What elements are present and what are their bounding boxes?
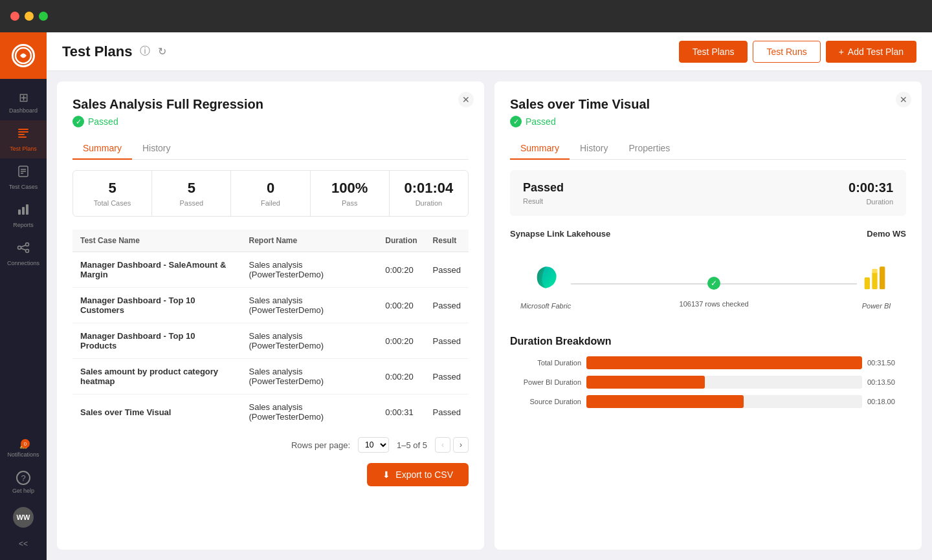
powerbi-icon — [857, 258, 896, 297]
sidebar-item-test-cases[interactable]: Test Cases — [0, 158, 47, 197]
stat-failed: 0 Failed — [231, 171, 310, 216]
sidebar-label-notifications: Notifications — [7, 451, 39, 458]
right-tab-properties[interactable]: Properties — [618, 138, 680, 160]
bar-fill — [586, 395, 744, 408]
tab-history[interactable]: History — [132, 138, 181, 160]
rows-per-page-label: Rows per page: — [291, 440, 350, 450]
cell-result: Passed — [425, 323, 469, 359]
svg-rect-2 — [18, 131, 28, 133]
sidebar-item-dashboard[interactable]: ⊞ Dashboard — [0, 84, 47, 120]
traffic-light-yellow[interactable] — [25, 12, 34, 21]
logo-icon — [12, 44, 35, 67]
sidebar-item-avatar[interactable]: WW — [0, 501, 47, 534]
result-box: Passed Result 0:00:31 Duration — [510, 170, 906, 216]
cell-result: Passed — [425, 288, 469, 323]
traffic-light-red[interactable] — [10, 12, 19, 21]
sidebar-label-connections: Connections — [7, 260, 39, 266]
test-plans-button[interactable]: Test Plans — [679, 41, 748, 63]
help-circle-icon[interactable]: ⓘ — [140, 45, 150, 58]
rows-per-page-select[interactable]: 10 25 50 — [358, 437, 389, 453]
export-csv-button[interactable]: ⬇ Export to CSV — [367, 463, 469, 486]
sidebar-item-connections[interactable]: Connections — [0, 235, 47, 273]
right-card-tabs: Summary History Properties — [510, 138, 906, 160]
cell-duration: 0:00:20 — [377, 359, 425, 394]
cell-report-name: Sales analysis (PowerTesterDemo) — [241, 394, 378, 430]
header: Test Plans ⓘ ↻ Test Plans Test Runs + Ad… — [47, 32, 932, 71]
right-passed-check-icon: ✓ — [510, 116, 522, 127]
bar-label: Total Duration — [510, 359, 581, 367]
left-card-close-button[interactable]: ✕ — [458, 92, 474, 107]
sidebar-item-test-plans[interactable]: Test Plans — [0, 120, 47, 158]
table-row[interactable]: Sales amount by product category heatmap… — [72, 359, 469, 394]
right-card-title: Sales over Time Visual — [510, 97, 906, 112]
sidebar-item-reports[interactable]: Reports — [0, 197, 47, 235]
cell-result: Passed — [425, 394, 469, 430]
right-card-status: ✓ Passed — [510, 116, 906, 127]
col-test-case-name: Test Case Name — [72, 230, 241, 252]
sidebar-label-dashboard: Dashboard — [9, 107, 38, 114]
left-card: ✕ Sales Analysis Full Regression ✓ Passe… — [57, 81, 484, 550]
bar-value: 00:13.50 — [867, 378, 906, 386]
duration-sublabel: Duration — [849, 198, 893, 206]
svg-rect-3 — [18, 134, 25, 135]
right-tab-history[interactable]: History — [570, 138, 619, 160]
content-area: ✕ Sales Analysis Full Regression ✓ Passe… — [47, 71, 932, 560]
cell-duration: 0:00:20 — [377, 288, 425, 323]
stat-passed: 5 Passed — [152, 171, 231, 216]
right-card: ✕ Sales over Time Visual ✓ Passed Summar… — [494, 81, 922, 550]
right-tab-summary[interactable]: Summary — [510, 138, 570, 160]
refresh-icon[interactable]: ↻ — [158, 45, 166, 58]
notification-badge: 🔔 0 — [19, 442, 27, 449]
test-cases-table: Test Case Name Report Name Duration Resu… — [72, 230, 469, 429]
left-card-tabs: Summary History — [72, 138, 469, 160]
dashboard-icon: ⊞ — [19, 91, 28, 105]
help-icon: ? — [16, 471, 30, 485]
right-card-close-button[interactable]: ✕ — [896, 92, 911, 107]
breakdown-title: Duration Breakdown — [510, 336, 906, 347]
traffic-light-green[interactable] — [39, 12, 48, 21]
prev-page-button[interactable]: ‹ — [435, 437, 450, 453]
svg-point-12 — [18, 246, 21, 250]
connector-check: ✓ 106137 rows checked — [680, 277, 749, 308]
sidebar: ⊞ Dashboard Test Plans — [0, 32, 47, 560]
sidebar-label-test-cases: Test Cases — [9, 184, 38, 190]
dest-connector-name: Power BI — [862, 302, 891, 310]
sidebar-collapse-button[interactable]: << — [19, 534, 28, 554]
table-row[interactable]: Manager Dashboard - Top 10 Customers Sal… — [72, 288, 469, 323]
stat-pass-pct: 100% Pass — [311, 171, 390, 216]
bar-row: Source Duration 00:18.00 — [510, 395, 906, 408]
source-connector-name: Microsoft Fabric — [520, 302, 571, 310]
pagination: Rows per page: 10 25 50 1–5 of 5 ‹ › — [72, 437, 469, 453]
add-test-plan-button[interactable]: + Add Test Plan — [826, 41, 916, 63]
bar-row: Total Duration 00:31.50 — [510, 356, 906, 369]
download-icon: ⬇ — [383, 469, 390, 480]
table-row[interactable]: Manager Dashboard - SaleAmount & Margin … — [72, 252, 469, 288]
plus-icon: + — [839, 47, 844, 57]
table-row[interactable]: Sales over Time Visual Sales analysis (P… — [72, 394, 469, 430]
svg-rect-1 — [18, 129, 28, 130]
bars-container: Total Duration 00:31.50 Power BI Duratio… — [510, 356, 906, 408]
svg-point-13 — [26, 243, 29, 246]
cell-test-case-name: Manager Dashboard - Top 10 Products — [72, 323, 241, 359]
stat-duration: 0:01:04 Duration — [390, 171, 468, 216]
bar-fill — [586, 376, 705, 389]
sidebar-item-help[interactable]: ? Get help — [0, 464, 47, 501]
notification-count: 0 — [21, 439, 30, 448]
page-info: 1–5 of 5 — [397, 440, 427, 450]
bar-label: Source Duration — [510, 398, 581, 405]
table-row[interactable]: Manager Dashboard - Top 10 Products Sale… — [72, 323, 469, 359]
sidebar-item-notifications[interactable]: 🔔 0 Notifications — [0, 435, 47, 464]
tab-summary[interactable]: Summary — [72, 138, 132, 160]
sidebar-label-reports: Reports — [13, 222, 34, 228]
connector-diagram: Microsoft Fabric ✓ 106137 rows checked — [510, 248, 906, 320]
svg-rect-17 — [865, 277, 870, 289]
cell-report-name: Sales analysis (PowerTesterDemo) — [241, 288, 378, 323]
page-title: Test Plans — [62, 43, 132, 60]
test-runs-button[interactable]: Test Runs — [753, 41, 820, 63]
duration-breakdown: Duration Breakdown Total Duration 00:31.… — [510, 336, 906, 408]
next-page-button[interactable]: › — [453, 437, 469, 453]
bar-row: Power BI Duration 00:13.50 — [510, 376, 906, 389]
sidebar-logo — [0, 32, 47, 79]
bar-container — [586, 376, 862, 389]
source-node: Microsoft Fabric — [520, 258, 571, 310]
